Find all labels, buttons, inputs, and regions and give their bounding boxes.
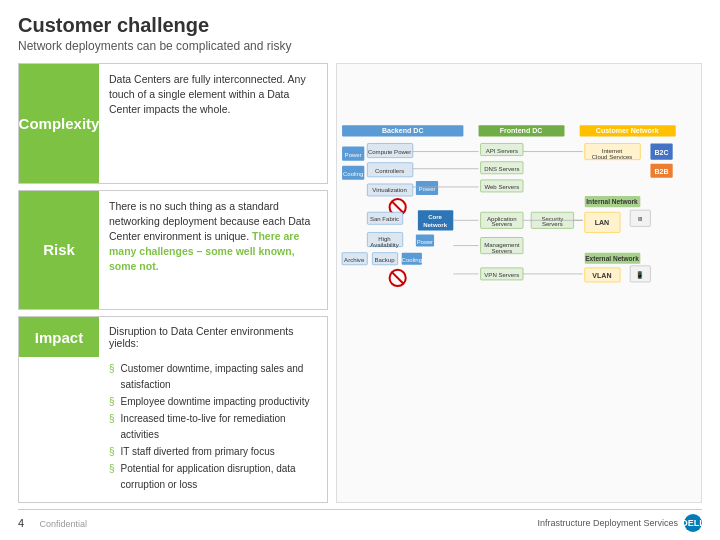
svg-text:Power: Power [417,239,433,245]
dell-text: DELL [681,518,705,528]
svg-text:Virtualization: Virtualization [372,187,407,193]
risk-section: Risk There is no such thing as a standar… [18,190,328,311]
svg-line-19 [392,201,404,213]
network-diagram: Backend DC Frontend DC Customer Network … [336,63,702,503]
svg-text:API Servers: API Servers [486,148,518,154]
impact-section: Impact Disruption to Data Center environ… [18,316,328,503]
svg-text:Customer Network: Customer Network [596,127,659,134]
impact-bullet: Increased time-to-live for remediation a… [109,411,317,443]
svg-text:Cloud Services: Cloud Services [592,154,633,160]
svg-text:Power: Power [345,152,362,158]
confidential-label: Confidential [39,519,87,529]
footer-right-text: Infrastructure Deployment Services [537,518,678,528]
impact-bullet: Potential for application disruption, da… [109,461,317,493]
svg-text:Cooling: Cooling [343,171,364,177]
svg-text:Web Servers: Web Servers [484,184,519,190]
page-subtitle: Network deployments can be complicated a… [18,39,702,53]
complexity-label: Complexity [19,64,99,183]
svg-text:📱: 📱 [636,271,644,279]
svg-text:Servers: Servers [491,221,512,227]
impact-title: Disruption to Data Center environments y… [99,317,327,357]
svg-text:LAN: LAN [595,219,610,226]
svg-text:VLAN: VLAN [592,272,611,279]
svg-text:B2C: B2C [654,149,668,156]
svg-text:Core: Core [428,214,442,220]
svg-text:Servers: Servers [542,221,563,227]
dell-circle: DELL [684,514,702,532]
footer: 4 Confidential Infrastructure Deployment… [18,509,702,532]
svg-text:Controllers: Controllers [375,168,404,174]
impact-bullet: Employee downtime impacting productivity [109,394,317,410]
footer-left: 4 Confidential [18,517,87,529]
svg-text:B2B: B2B [654,168,668,175]
svg-text:🖥: 🖥 [637,216,643,222]
svg-text:Cooling: Cooling [402,257,423,263]
svg-text:Availability: Availability [370,242,399,248]
complexity-section: Complexity Data Centers are fully interc… [18,63,328,184]
svg-text:Servers: Servers [491,248,512,254]
impact-header: Impact Disruption to Data Center environ… [19,317,327,357]
page: Customer challenge Network deployments c… [0,0,720,540]
impact-label: Impact [19,317,99,357]
svg-line-37 [392,272,404,284]
svg-text:Backend DC: Backend DC [382,127,424,134]
diagram-svg: Backend DC Frontend DC Customer Network … [337,64,701,502]
risk-label: Risk [19,191,99,310]
svg-text:Internal Network: Internal Network [586,198,638,205]
svg-text:DNS Servers: DNS Servers [484,166,519,172]
page-number: 4 [18,517,24,529]
svg-text:Frontend DC: Frontend DC [500,127,543,134]
svg-text:Archive: Archive [344,257,365,263]
svg-text:External Network: External Network [585,255,639,262]
page-title: Customer challenge [18,14,702,37]
impact-bullet: Customer downtime, impacting sales and s… [109,361,317,393]
dell-logo: DELL [684,514,702,532]
complexity-body: Data Centers are fully interconnected. A… [99,64,327,183]
risk-body: There is no such thing as a standard net… [99,191,327,310]
svg-text:Backup: Backup [374,257,395,263]
impact-bullets-container: Customer downtime, impacting sales and s… [19,357,327,502]
svg-text:VPN Servers: VPN Servers [484,272,519,278]
svg-text:San Fabric: San Fabric [370,216,399,222]
left-panel: Complexity Data Centers are fully interc… [18,63,328,503]
impact-bullet: IT staff diverted from primary focus [109,444,317,460]
svg-text:Network: Network [423,222,447,228]
svg-text:Compute Power: Compute Power [368,149,411,155]
footer-right: Infrastructure Deployment Services DELL [537,514,702,532]
